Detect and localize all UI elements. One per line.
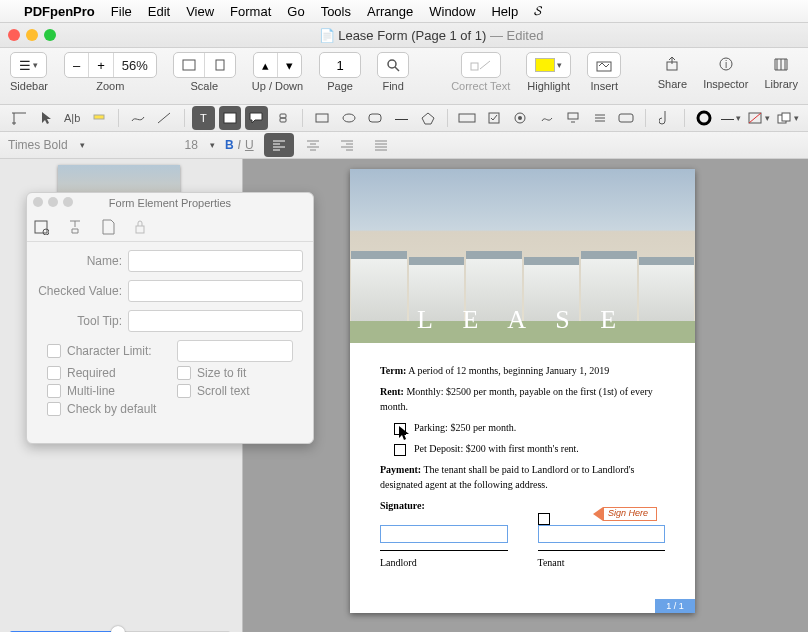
landlord-label: Landlord (380, 555, 508, 570)
tenant-checkbox[interactable] (538, 513, 550, 525)
thumbnail-sidebar[interactable]: Form Element Properties Name: Checked Va… (0, 159, 243, 632)
check-default-check[interactable]: Check by default (47, 402, 197, 416)
pet-checkbox[interactable] (394, 444, 406, 456)
tab-page-icon[interactable] (101, 219, 115, 235)
pdf-page: L E A S E Term: A period of 12 months, b… (350, 169, 695, 613)
traffic-zoom-icon[interactable] (44, 29, 56, 41)
menu-tools[interactable]: Tools (321, 4, 351, 19)
highlight-color-button[interactable]: ▾ (527, 53, 570, 77)
sign-here-tag[interactable]: Sign Here (593, 507, 657, 521)
dropdown-tool[interactable] (562, 106, 584, 130)
form-radio-tool[interactable] (509, 106, 531, 130)
tab-basic-icon[interactable] (33, 219, 49, 235)
menu-edit[interactable]: Edit (148, 4, 170, 19)
insert-button[interactable] (588, 53, 620, 77)
list-tool[interactable] (588, 106, 610, 130)
menu-app[interactable]: PDFpenPro (24, 4, 95, 19)
comment-tool[interactable] (245, 106, 267, 130)
form-sign-tool[interactable] (535, 106, 557, 130)
rounded-rect-tool[interactable] (364, 106, 386, 130)
stroke-style[interactable]: — ▾ (720, 106, 742, 130)
align-right[interactable] (332, 133, 362, 157)
menu-window[interactable]: Window (429, 4, 475, 19)
freehand-tool[interactable] (127, 106, 149, 130)
pointer-tool[interactable] (34, 106, 56, 130)
tab-alignment-icon[interactable] (67, 219, 83, 235)
bold-button[interactable]: B (225, 138, 234, 152)
menu-view[interactable]: View (186, 4, 214, 19)
tools-toolbar: A|b T — — ▾ ▾ ▾ (0, 105, 808, 132)
menu-file[interactable]: File (111, 4, 132, 19)
svg-rect-14 (280, 114, 286, 118)
multiline-check[interactable]: Multi-line (47, 384, 157, 398)
landlord-sign-field[interactable] (380, 525, 508, 543)
menu-arrange[interactable]: Arrange (367, 4, 413, 19)
inspector-button[interactable]: i (714, 52, 738, 76)
form-checkbox-tool[interactable] (482, 106, 504, 130)
page-canvas[interactable]: L E A S E Term: A period of 12 months, b… (242, 159, 808, 632)
tab-lock-icon[interactable] (133, 219, 147, 235)
menu-help[interactable]: Help (491, 4, 518, 19)
svg-text:T: T (200, 112, 207, 124)
find-button[interactable] (378, 53, 408, 77)
highlight-tool[interactable] (87, 106, 109, 130)
tenant-sign-field[interactable] (538, 525, 666, 543)
window-page-status: (Page 1 of 1) (411, 28, 486, 43)
polygon-tool[interactable] (417, 106, 439, 130)
align-center[interactable] (298, 133, 328, 157)
page-down-button[interactable]: ▾ (278, 53, 301, 77)
fit-width-button[interactable] (174, 53, 204, 77)
window-titlebar: 📄 Lease Form (Page 1 of 1) — Edited (0, 22, 808, 48)
zoom-value[interactable]: 56% (114, 53, 156, 77)
svg-rect-33 (136, 226, 144, 233)
rect-tool[interactable] (311, 106, 333, 130)
sidebar-toggle[interactable]: ☰ ▾ (10, 52, 47, 78)
header-image: L E A S E (350, 169, 695, 343)
tooltip-label: Tool Tip: (37, 314, 122, 328)
menu-format[interactable]: Format (230, 4, 271, 19)
tenant-label: Tenant (538, 555, 666, 570)
svg-point-2 (388, 60, 396, 68)
traffic-minimize-icon[interactable] (26, 29, 38, 41)
link-tool[interactable] (272, 106, 294, 130)
align-justify[interactable] (366, 133, 396, 157)
zoom-out-button[interactable]: – (65, 53, 88, 77)
thumbnail-size-slider[interactable] (10, 625, 230, 632)
document-title: L E A S E (350, 305, 695, 335)
text-select-tool[interactable]: A|b (61, 106, 83, 130)
button-tool[interactable] (615, 106, 637, 130)
page-number-input[interactable] (320, 57, 360, 74)
library-button[interactable] (769, 52, 793, 76)
sidebar-label: Sidebar (10, 80, 48, 92)
arrange-menu[interactable]: ▾ (775, 106, 800, 130)
ellipse-tool[interactable] (337, 106, 359, 130)
line-tool[interactable] (153, 106, 175, 130)
underline-button[interactable]: U (245, 138, 254, 152)
fill-color[interactable]: ▾ (746, 106, 771, 130)
italic-button[interactable]: I (238, 138, 241, 152)
stroke-color[interactable] (693, 106, 715, 130)
font-name[interactable]: Times Bold (8, 138, 68, 152)
fit-page-button[interactable] (205, 53, 235, 77)
text-box-tool[interactable]: T (192, 106, 214, 130)
note-tool[interactable] (219, 106, 241, 130)
required-check[interactable]: Required (47, 366, 157, 380)
menu-go[interactable]: Go (287, 4, 304, 19)
svg-rect-10 (94, 115, 104, 119)
main-toolbar: ☰ ▾ Sidebar – + 56% Zoom Scale ▴ ▾ Up / … (0, 48, 808, 105)
traffic-close-icon[interactable] (8, 29, 20, 41)
selection-edit-tool[interactable] (8, 106, 30, 130)
form-text-field-tool[interactable] (456, 106, 478, 130)
svg-point-23 (518, 116, 522, 120)
attachment-tool[interactable] (654, 106, 676, 130)
zoom-in-button[interactable]: + (89, 53, 113, 77)
line-shape-tool[interactable]: — (390, 106, 412, 130)
share-button[interactable] (660, 52, 684, 76)
svg-rect-15 (280, 118, 286, 122)
font-size[interactable]: 18 (185, 138, 198, 152)
correct-text-button[interactable] (462, 53, 500, 77)
align-left[interactable] (264, 133, 294, 157)
script-menu-icon[interactable]: 𝓢 (534, 3, 542, 19)
char-limit-check[interactable]: Character Limit: (47, 340, 157, 362)
page-up-button[interactable]: ▴ (254, 53, 277, 77)
